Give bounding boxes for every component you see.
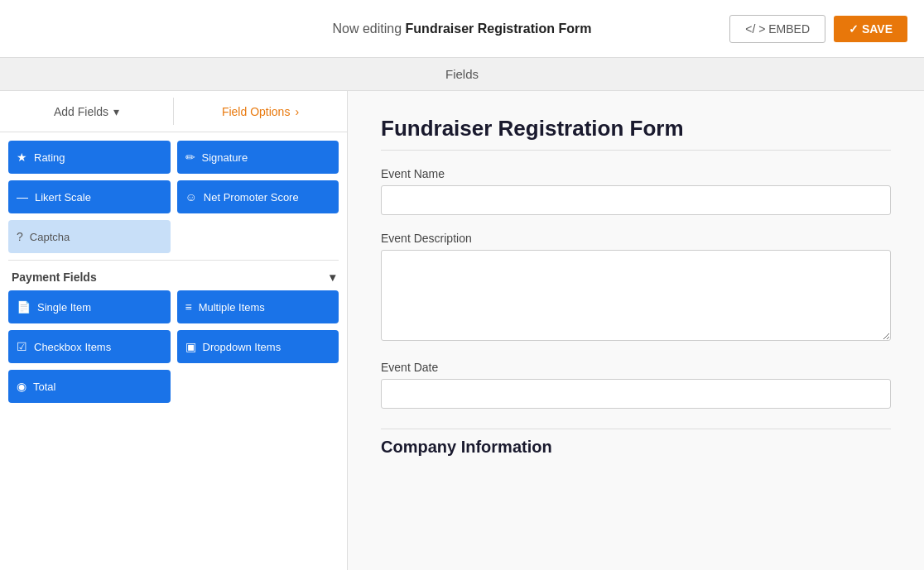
likert-scale-field-button[interactable]: — Likert Scale <box>8 180 171 213</box>
checkbox-icon: ☑ <box>17 340 27 353</box>
total-field-button[interactable]: ◉ Total <box>8 370 171 403</box>
rating-label: Rating <box>34 151 65 164</box>
event-name-field: Event Name <box>381 167 891 215</box>
dropdown-items-field-button[interactable]: ▣ Dropdown Items <box>177 330 339 363</box>
payment-section-label: Payment Fields <box>12 271 97 284</box>
field-grid-likert-nps: — Likert Scale ☺ Net Promoter Score <box>8 180 339 213</box>
likert-icon: — <box>17 190 28 204</box>
nps-icon: ☺ <box>185 190 197 204</box>
star-icon: ★ <box>17 151 27 164</box>
pencil-icon: ✏ <box>185 151 195 164</box>
multiple-items-label: Multiple Items <box>199 301 265 314</box>
total-icon: ◉ <box>17 380 26 393</box>
field-scroll-area[interactable]: ★ Rating ✏ Signature — Likert Scale ☺ Ne… <box>0 132 347 570</box>
field-options-tab[interactable]: Field Options › <box>174 91 347 132</box>
likert-label: Likert Scale <box>35 191 91 204</box>
field-grid-captcha: ? Captcha <box>8 220 339 253</box>
field-grid-single-multiple: 📄 Single Item ≡ Multiple Items <box>8 290 339 323</box>
net-promoter-score-field-button[interactable]: ☺ Net Promoter Score <box>177 180 339 213</box>
event-description-field: Event Description <box>381 232 891 344</box>
single-item-field-button[interactable]: 📄 Single Item <box>8 290 171 323</box>
form-name-title: Fundraiser Registration Form <box>406 22 592 36</box>
fields-tab-label: Fields <box>445 67 479 81</box>
event-date-field: Event Date <box>381 361 891 409</box>
field-grid-checkbox-dropdown: ☑ Checkbox Items ▣ Dropdown Items <box>8 330 339 363</box>
main-layout: Add Fields ▾ Field Options › ★ Rating ✏ … <box>0 91 924 570</box>
top-bar-actions: </ > EMBED ✓ SAVE <box>729 15 907 43</box>
dropdown-items-label: Dropdown Items <box>203 341 282 353</box>
field-options-chevron: › <box>295 105 299 118</box>
right-panel: Fundraiser Registration Form Event Name … <box>348 91 924 570</box>
embed-button[interactable]: </ > EMBED <box>729 15 825 43</box>
left-panel: Add Fields ▾ Field Options › ★ Rating ✏ … <box>0 91 348 570</box>
rating-field-button[interactable]: ★ Rating <box>8 141 171 174</box>
company-info-section-title: Company Information <box>381 429 891 457</box>
multiple-items-field-button[interactable]: ≡ Multiple Items <box>177 290 339 323</box>
checkbox-items-field-button[interactable]: ☑ Checkbox Items <box>8 330 171 363</box>
event-date-label: Event Date <box>381 361 891 374</box>
editing-label: Now editing Fundraiser Registration Form <box>333 22 592 36</box>
field-grid-total: ◉ Total <box>8 370 339 403</box>
event-description-label: Event Description <box>381 232 891 245</box>
event-name-input[interactable] <box>381 185 891 215</box>
tab-row: Add Fields ▾ Field Options › <box>0 91 347 132</box>
captcha-icon: ? <box>17 230 23 243</box>
total-label: Total <box>33 381 55 393</box>
event-name-label: Event Name <box>381 167 891 180</box>
single-item-label: Single Item <box>37 301 91 314</box>
captcha-label: Captcha <box>30 231 70 243</box>
event-description-textarea[interactable] <box>381 250 891 341</box>
payment-fields-section-header[interactable]: Payment Fields ▾ <box>8 260 339 290</box>
field-options-label: Field Options <box>222 105 290 118</box>
checkbox-items-label: Checkbox Items <box>34 341 111 353</box>
field-grid-rating-sig: ★ Rating ✏ Signature <box>8 141 339 174</box>
form-preview-title: Fundraiser Registration Form <box>381 116 891 151</box>
event-date-input[interactable] <box>381 379 891 409</box>
top-bar: Now editing Fundraiser Registration Form… <box>0 0 924 58</box>
multiple-items-icon: ≡ <box>185 300 192 314</box>
add-fields-tab[interactable]: Add Fields ▾ <box>0 91 173 132</box>
editing-text: Now editing <box>333 22 402 36</box>
dropdown-icon: ▣ <box>185 340 196 353</box>
signature-field-button[interactable]: ✏ Signature <box>177 141 339 174</box>
save-button[interactable]: ✓ SAVE <box>834 16 907 42</box>
add-fields-chevron: ▾ <box>113 105 119 118</box>
add-fields-label: Add Fields <box>54 105 108 118</box>
captcha-field-button[interactable]: ? Captcha <box>8 220 171 253</box>
single-item-icon: 📄 <box>17 300 31 314</box>
signature-label: Signature <box>202 151 248 164</box>
nps-label: Net Promoter Score <box>204 191 299 204</box>
fields-tab-bar: Fields <box>0 58 924 91</box>
payment-chevron-icon: ▾ <box>330 271 335 284</box>
